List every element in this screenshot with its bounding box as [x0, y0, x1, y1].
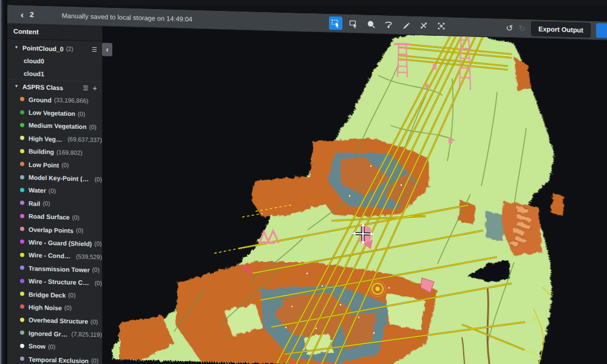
class-count: (0) — [95, 176, 102, 183]
class-label: Wire - Conductor (P... — [29, 251, 73, 260]
save-status-text: Manually saved to local storage on 14:49… — [62, 12, 192, 23]
class-count: (0) — [48, 343, 55, 349]
export-output-button[interactable]: Export Output — [531, 21, 591, 38]
group-label: ASPRS Class — [22, 83, 63, 91]
class-color-dot — [20, 149, 24, 153]
pointcloud-viewport[interactable] — [103, 26, 607, 364]
class-color-dot — [20, 252, 24, 257]
top-bar-left: ‹ 2 Manually saved to local storage on 1… — [7, 10, 192, 24]
view-count: 2 — [30, 10, 34, 19]
class-count: (0) — [61, 162, 69, 169]
sidebar-collapse-button[interactable]: ‹ — [102, 42, 112, 56]
class-color-dot — [20, 123, 24, 127]
class-color-dot — [20, 331, 24, 335]
class-color-dot — [20, 343, 24, 348]
class-label: Model Key-Point (Mass Po... — [29, 174, 92, 183]
class-count: (7,825,119) — [72, 331, 102, 338]
class-label: Road Surface — [29, 212, 70, 221]
expand-view-tool[interactable] — [435, 19, 448, 33]
class-count: (69,637,337) — [67, 136, 102, 144]
cross-arrows-icon — [419, 21, 429, 30]
class-label: Low Point — [29, 161, 59, 169]
chevron-down-icon[interactable]: ▾ — [15, 44, 22, 50]
class-label: Water — [29, 186, 46, 194]
class-label: Transmission Tower — [29, 265, 90, 274]
class-color-dot — [20, 175, 24, 179]
class-count: (0) — [91, 357, 98, 364]
class-label: Ignored Ground — [29, 329, 69, 338]
class-count: (0) — [49, 187, 56, 194]
class-color-dot — [20, 357, 24, 361]
class-label: Temporal Exclusion — [29, 355, 89, 364]
expand-view-icon — [436, 21, 446, 31]
class-label: Wire - Structure Connector — [29, 277, 92, 286]
menu-icon[interactable]: ☰ — [83, 84, 88, 91]
class-color-dot — [20, 292, 24, 296]
content-sidebar: Content ▾ PointCloud_0 (2) ☰ cloud0 clou… — [7, 24, 103, 364]
sphere-select-icon — [366, 19, 376, 29]
class-label: Building — [29, 147, 54, 155]
primary-action-button-partial[interactable] — [596, 23, 607, 38]
rect-select-icon — [348, 19, 358, 29]
class-list: Ground(33,196,866)Low Vegetation(0)Mediu… — [7, 92, 102, 364]
class-count: (0) — [90, 318, 98, 325]
redo-button[interactable]: ↻ — [518, 24, 526, 33]
chevron-down-icon[interactable]: ▾ — [15, 83, 22, 89]
class-count: (0) — [42, 200, 50, 207]
class-color-dot — [20, 227, 24, 231]
lasso-select-icon — [384, 19, 393, 29]
class-label: High Noise — [29, 303, 62, 312]
class-color-dot — [20, 136, 24, 140]
class-label: Rail — [29, 200, 40, 207]
sphere-select-tool[interactable] — [364, 17, 378, 31]
class-color-dot — [20, 278, 24, 283]
add-class-icon[interactable]: + — [92, 84, 97, 93]
class-color-dot — [20, 305, 24, 309]
class-label: Medium Vegetation — [29, 121, 87, 130]
lasso-select-tool[interactable] — [382, 18, 395, 32]
class-color-dot — [20, 266, 24, 270]
marquee-select-icon — [331, 18, 341, 28]
main-area: ‹ Content ▾ PointCloud_0 (2) ☰ cloud0 cl… — [7, 24, 607, 364]
class-color-dot — [20, 97, 24, 101]
class-color-dot — [20, 214, 24, 218]
selection-ring-marker — [370, 281, 385, 297]
class-label: Bridge Deck — [29, 291, 66, 299]
back-button[interactable]: ‹ — [21, 10, 24, 19]
marquee-select-tool[interactable] — [329, 16, 342, 30]
undo-button[interactable]: ↺ — [506, 24, 514, 32]
class-count: (33,196,866) — [54, 96, 89, 104]
pencil-tool[interactable] — [399, 18, 413, 32]
pointcloud-scene — [103, 26, 607, 364]
class-color-dot — [20, 188, 24, 192]
menu-icon[interactable]: ☰ — [92, 46, 97, 53]
class-label: Overlap Points — [29, 226, 73, 234]
rect-select-tool[interactable] — [347, 17, 360, 31]
class-label: Snow — [29, 342, 46, 350]
class-count: (539,529) — [76, 253, 102, 260]
class-count: (0) — [95, 280, 102, 286]
group-count: (2) — [66, 46, 73, 52]
class-count: (169,802) — [56, 149, 83, 156]
layer-tree: ▾ PointCloud_0 (2) ☰ cloud0 cloud1 ▾ ASP… — [7, 39, 102, 364]
cross-arrows-tool[interactable] — [417, 19, 430, 33]
class-label: Ground — [29, 96, 52, 104]
pencil-icon — [401, 20, 411, 30]
class-color-dot — [20, 201, 24, 205]
top-bar-right: ↺ ↻ Export Output — [506, 21, 603, 38]
class-count: (0) — [94, 240, 101, 247]
group-label: PointCloud_0 — [22, 44, 64, 52]
class-count: (0) — [64, 305, 72, 311]
monitor-bezel-top — [0, 0, 607, 5]
class-color-dot — [20, 317, 24, 322]
class-color-dot — [20, 110, 24, 114]
class-label: Overhead Structure — [29, 316, 88, 325]
class-label: Wire - Guard (Shield) — [29, 238, 92, 248]
app-screen: ‹ 2 Manually saved to local storage on 1… — [7, 5, 607, 364]
class-color-dot — [20, 162, 24, 166]
class-count: (0) — [92, 266, 100, 273]
class-count: (0) — [76, 227, 83, 234]
class-color-dot — [20, 240, 24, 244]
class-row[interactable]: Temporal Exclusion(0) — [7, 352, 102, 364]
tool-group — [329, 16, 448, 33]
